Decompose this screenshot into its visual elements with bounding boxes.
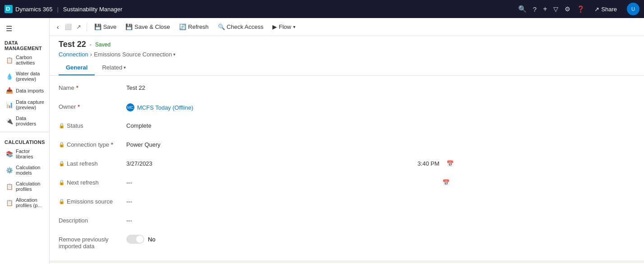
connection-type-value: Power Query [126, 140, 635, 148]
remove-prev-toggle-container: No [126, 235, 156, 244]
save-close-icon: 💾 [125, 23, 133, 30]
sidebar-item-allocation-profiles[interactable]: 📋 Allocation profiles (p... [0, 195, 49, 211]
owner-value[interactable]: MC MCFS Today (Offline) [126, 102, 635, 111]
sidebar-label-calc-models: Calculation models [16, 165, 45, 176]
description-label-text: Description [59, 217, 88, 224]
carbon-icon: 📋 [6, 57, 13, 64]
add-icon[interactable]: + [543, 5, 547, 13]
tab-related[interactable]: Related ▾ [95, 60, 133, 75]
sidebar-item-data-imports[interactable]: 📥 Data imports [0, 84, 49, 97]
sidebar-label-calc-profiles: Calculation profiles [16, 181, 45, 192]
topbar-divider: | [57, 6, 58, 13]
description-label: Description [59, 216, 126, 224]
save-close-button[interactable]: 💾 Save & Close [122, 22, 174, 32]
flow-chevron-icon: ▾ [293, 24, 295, 29]
sidebar-item-water-data[interactable]: 💧 Water data (preview) [0, 68, 49, 84]
data-providers-icon: 🔌 [6, 118, 13, 125]
data-imports-icon: 📥 [6, 87, 13, 94]
emissions-lock-icon: 🔒 [59, 199, 65, 204]
data-capture-icon: 📊 [6, 102, 13, 108]
next-refresh-label: 🔒 Next refresh [59, 178, 126, 186]
settings-icon[interactable]: ⚙ [565, 5, 570, 13]
status-lock-icon: 🔒 [59, 123, 65, 129]
form-row-remove-prev: Remove previously imported data No [59, 235, 635, 250]
remove-prev-label: Remove previously imported data [59, 235, 126, 250]
next-refresh-text: --- [126, 179, 132, 186]
filter-icon[interactable]: ▽ [553, 5, 558, 13]
breadcrumb-emissions-source[interactable]: Emissions Source Connection ▾ [94, 51, 175, 58]
form-row-emissions-source: 🔒 Emissions source --- [59, 197, 635, 209]
user-avatar[interactable]: U [627, 3, 639, 15]
sidebar-label-data-imports: Data imports [16, 88, 44, 93]
search-icon[interactable]: 🔍 [518, 5, 527, 13]
sidebar-item-calculation-profiles[interactable]: 📋 Calculation profiles [0, 178, 49, 195]
alloc-profiles-icon: 📋 [6, 199, 13, 206]
sublist-area: 🔄 Refresh ▶ Flow ▾ 📊 Run Report ▾ [50, 260, 644, 264]
form-row-last-refresh: 🔒 Last refresh 3/27/2023 3:40 PM 📅 [59, 159, 635, 171]
commandbar: ‹ ⬜ ↗ 💾 Save 💾 Save & Close 🔄 Refresh 🔍 … [50, 18, 644, 36]
share-label: Share [601, 6, 617, 13]
sidebar-item-calculation-models[interactable]: ⚙️ Calculation models [0, 162, 49, 178]
check-access-button[interactable]: 🔍 Check Access [214, 22, 267, 32]
main-content: ‹ ⬜ ↗ 💾 Save 💾 Save & Close 🔄 Refresh 🔍 … [50, 18, 644, 264]
flow-button[interactable]: ▶ Flow ▾ [269, 22, 299, 32]
last-refresh-lock-icon: 🔒 [59, 161, 65, 167]
sidebar-item-carbon-activities[interactable]: 📋 Carbon activities [0, 52, 49, 68]
last-refresh-calendar-icon[interactable]: 📅 [446, 160, 454, 167]
calc-models-icon: ⚙️ [6, 167, 13, 174]
last-refresh-value: 3/27/2023 3:40 PM 📅 [126, 159, 635, 167]
last-refresh-date: 3/27/2023 [126, 160, 152, 167]
sidebar-hamburger[interactable]: ☰ [0, 22, 49, 36]
back-button[interactable]: ‹ [54, 22, 62, 32]
name-required-icon: * [76, 84, 78, 91]
next-refresh-lock-icon: 🔒 [59, 180, 65, 185]
sidebar-section-calculations: Calculations [0, 135, 49, 146]
sidebar-item-data-providers[interactable]: 🔌 Data providers [0, 113, 49, 129]
flow-label: Flow [279, 23, 291, 30]
refresh-button[interactable]: 🔄 Refresh [175, 22, 212, 32]
tabs: General Related ▾ [59, 60, 635, 75]
emissions-source-value: --- [126, 197, 635, 205]
question-icon[interactable]: ❓ [577, 5, 584, 13]
check-access-label: Check Access [227, 23, 264, 30]
connection-type-label-text: Connection type [67, 141, 109, 148]
sidebar: ☰ Data management 📋 Carbon activities 💧 … [0, 18, 50, 264]
remove-prev-toggle[interactable] [126, 235, 144, 244]
svg-text:D: D [6, 5, 10, 12]
page-header: Test 22 - Saved Connection › Emissions S… [50, 36, 644, 76]
save-label: Save [103, 23, 117, 30]
flow-icon: ▶ [272, 23, 277, 30]
app-logo[interactable]: D Dynamics 365 | Sustainability Manager [5, 5, 122, 13]
sidebar-label-data-providers: Data providers [16, 116, 45, 126]
emissions-source-label-text: Emissions source [67, 198, 113, 205]
next-refresh-value: --- 📅 [126, 178, 635, 186]
sidebar-item-factor-libraries[interactable]: 📚 Factor libraries [0, 146, 49, 162]
tab-general[interactable]: General [59, 60, 95, 75]
water-icon: 💧 [6, 73, 13, 80]
owner-label: Owner * [59, 102, 126, 110]
sidebar-label-water: Water data (preview) [16, 71, 45, 82]
expand-button[interactable]: ⬜ [63, 22, 74, 32]
save-button[interactable]: 💾 Save [91, 22, 120, 32]
breadcrumb-connection[interactable]: Connection [59, 51, 88, 58]
description-value: --- [126, 216, 635, 224]
form-row-next-refresh: 🔒 Next refresh --- 📅 [59, 178, 635, 190]
open-in-new-button[interactable]: ↗ [74, 22, 83, 32]
connection-type-label: 🔒 Connection type * [59, 140, 126, 148]
check-access-icon: 🔍 [218, 23, 225, 30]
sidebar-label-factor: Factor libraries [16, 148, 45, 159]
conn-type-lock-icon: 🔒 [59, 142, 65, 148]
help-icon[interactable]: ? [533, 5, 537, 13]
refresh-icon: 🔄 [179, 23, 186, 30]
share-button[interactable]: ↗ Share [591, 4, 621, 14]
page-title-row: Test 22 - Saved [59, 40, 635, 49]
save-close-label: Save & Close [134, 23, 170, 30]
sidebar-label-alloc-profiles: Allocation profiles (p... [16, 197, 45, 208]
emissions-source-label: Emissions Source Connection [94, 51, 172, 58]
name-label-text: Name [59, 84, 74, 91]
next-refresh-calendar-icon[interactable]: 📅 [442, 179, 450, 186]
factor-icon: 📚 [6, 151, 13, 157]
form-row-status: 🔒 Status Complete [59, 121, 635, 134]
sidebar-section-data-management: Data management [0, 36, 49, 52]
sidebar-item-data-capture[interactable]: 📊 Data capture (preview) [0, 97, 49, 113]
